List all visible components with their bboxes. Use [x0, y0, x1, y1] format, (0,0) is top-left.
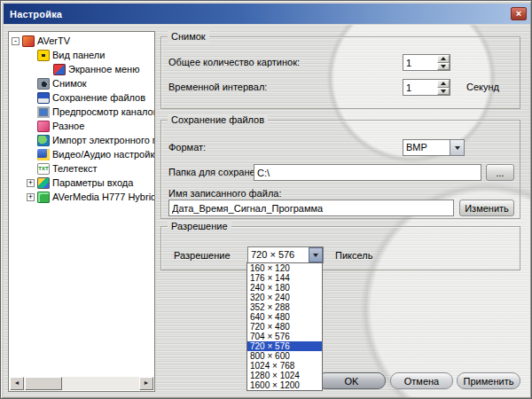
- dropdown-arrow-icon[interactable]: [450, 140, 464, 155]
- tree-item-label: Телетекст: [52, 163, 98, 174]
- resolution-option[interactable]: 240 × 180: [247, 283, 322, 293]
- arrow-up-icon: [441, 82, 446, 85]
- tree-item[interactable]: Вид панели: [9, 48, 154, 62]
- tree-item-label: Импорт электронного прог: [52, 135, 154, 145]
- dropdown-arrow-icon[interactable]: [309, 247, 323, 262]
- tree-item[interactable]: + AVerMedia H777 Hybrid DVI: [9, 190, 154, 204]
- total-pictures-spinner: [403, 54, 450, 71]
- tree-item-icon: [53, 64, 66, 75]
- pixel-unit-label: Пиксель: [335, 250, 372, 261]
- tree-item[interactable]: Сохранение файлов: [9, 90, 154, 105]
- resolution-option[interactable]: 800 × 600: [247, 351, 322, 361]
- file-saving-group: Сохранение файлов Формат: BMP Папка для …: [160, 120, 520, 219]
- tree-item-label: Предпросмотр каналов: [52, 106, 154, 117]
- spin-down-button[interactable]: [437, 63, 450, 71]
- tree-item-label: Снимок: [52, 78, 87, 89]
- tree-item-icon: [37, 92, 50, 104]
- scrollbar-thumb[interactable]: [25, 377, 62, 390]
- change-button[interactable]: Изменить: [459, 200, 514, 216]
- tree-item[interactable]: Телетекст: [9, 161, 154, 176]
- resolution-option[interactable]: 320 × 240: [247, 293, 322, 302]
- tree-item-label: Параметры входа: [52, 177, 133, 188]
- resolution-dropdown-list: 160 × 120 176 × 144 240 × 180 320 × 240 …: [246, 262, 323, 391]
- spin-up-button[interactable]: [437, 55, 450, 63]
- browse-button[interactable]: ...: [486, 164, 514, 181]
- tree-item[interactable]: Видео/Аудио настройки: [9, 147, 154, 161]
- close-icon: ×: [516, 8, 521, 19]
- recorded-filename-input[interactable]: [168, 200, 454, 216]
- time-interval-spinner: [403, 79, 450, 96]
- settings-tree-panel: - AVerTV Вид панели Экранное меню: [8, 31, 155, 392]
- scroll-left-icon[interactable]: ◄: [10, 377, 24, 390]
- window-title: Настройка: [4, 9, 62, 20]
- resolution-value: 720 × 576: [251, 249, 294, 260]
- tree-item-icon: [37, 106, 50, 118]
- tree-item-icon: [37, 121, 50, 132]
- tree-item-label: Разное: [52, 121, 84, 131]
- resolution-option[interactable]: 176 × 144: [247, 273, 322, 283]
- apply-button[interactable]: Применить: [457, 372, 520, 389]
- close-button[interactable]: ×: [511, 7, 527, 20]
- resolution-option[interactable]: 160 × 120: [247, 263, 322, 273]
- tree-item-icon: [22, 35, 35, 47]
- tree-item-icon: [37, 135, 50, 146]
- format-combobox[interactable]: BMP: [403, 139, 465, 156]
- tree-item-icon: [37, 192, 50, 203]
- settings-dialog: Настройка × - AVerTV Вид панели: [0, 0, 532, 399]
- tree-item[interactable]: Импорт электронного прог: [9, 133, 154, 147]
- tree-item-label: AVerTV: [37, 35, 70, 46]
- format-label: Формат:: [168, 142, 206, 153]
- tree-item-label: Вид панели: [52, 50, 105, 60]
- resolution-option[interactable]: 1600 × 1200: [247, 380, 322, 390]
- resolution-option[interactable]: 352 × 288: [247, 302, 322, 312]
- tree-item[interactable]: Разное: [9, 119, 154, 133]
- arrow-down-icon: [441, 65, 446, 68]
- arrow-down-icon: [455, 146, 460, 150]
- tree-expander-icon[interactable]: +: [27, 179, 35, 187]
- resolution-option[interactable]: 1024 × 768: [247, 361, 322, 371]
- tree-expander-icon[interactable]: +: [27, 193, 35, 201]
- resolution-group-title: Разрешение: [168, 220, 231, 232]
- tree-item[interactable]: Предпросмотр каналов: [9, 105, 154, 119]
- tree-item-icon: [37, 78, 50, 90]
- title-bar[interactable]: Настройка ×: [4, 4, 530, 24]
- tree-item-icon: [37, 50, 50, 61]
- tree-horizontal-scrollbar[interactable]: ◄ ►: [10, 377, 153, 390]
- snapshot-group: Снимок Общее количество картинок: Времен…: [160, 36, 520, 109]
- scroll-right-icon[interactable]: ►: [139, 377, 153, 390]
- tree-item[interactable]: + Параметры входа: [9, 176, 154, 190]
- tree-item[interactable]: - AVerTV: [9, 34, 154, 48]
- file-saving-group-title: Сохранение файлов: [168, 113, 268, 126]
- resolution-combobox[interactable]: 720 × 576: [247, 246, 324, 263]
- spin-up-button[interactable]: [437, 80, 450, 88]
- resolution-option[interactable]: 1280 × 1024: [247, 371, 322, 380]
- ok-button[interactable]: OK: [317, 372, 386, 389]
- tree-item-label: Видео/Аудио настройки: [52, 149, 154, 160]
- tree-item[interactable]: Экранное меню: [9, 62, 154, 76]
- tree-item-icon: [37, 163, 50, 175]
- spinner-buttons: [437, 80, 450, 95]
- tree-item-icon: [37, 149, 50, 160]
- resolution-option[interactable]: 720 × 480: [247, 322, 322, 332]
- tree-item-label: AVerMedia H777 Hybrid DVI: [52, 192, 154, 202]
- resolution-label: Разрешение: [174, 250, 231, 261]
- resolution-option[interactable]: 720 × 576: [247, 341, 322, 351]
- arrow-up-icon: [441, 57, 446, 60]
- tree-expander-icon[interactable]: -: [12, 37, 20, 45]
- recorded-filename-label: Имя записанного файла:: [168, 188, 281, 199]
- settings-tree: - AVerTV Вид панели Экранное меню: [9, 34, 154, 377]
- tree-item-label: Сохранение файлов: [52, 92, 145, 103]
- resolution-group: Разрешение Разрешение 720 × 576 Пиксель: [160, 226, 520, 270]
- resolution-option[interactable]: 704 × 576: [247, 332, 322, 341]
- resolution-option[interactable]: 640 × 480: [247, 312, 322, 322]
- tree-item-label: Экранное меню: [68, 64, 139, 74]
- arrow-down-icon: [313, 254, 318, 257]
- cancel-button[interactable]: Отмена: [390, 372, 453, 389]
- save-folder-input[interactable]: [254, 164, 481, 181]
- spin-down-button[interactable]: [437, 88, 450, 96]
- total-pictures-label: Общее количество картинок:: [168, 57, 300, 67]
- time-interval-label: Временной интервал:: [168, 82, 267, 92]
- snapshot-group-title: Снимок: [168, 30, 209, 43]
- tree-item[interactable]: Снимок: [9, 76, 154, 90]
- tree-item-icon: [37, 177, 50, 189]
